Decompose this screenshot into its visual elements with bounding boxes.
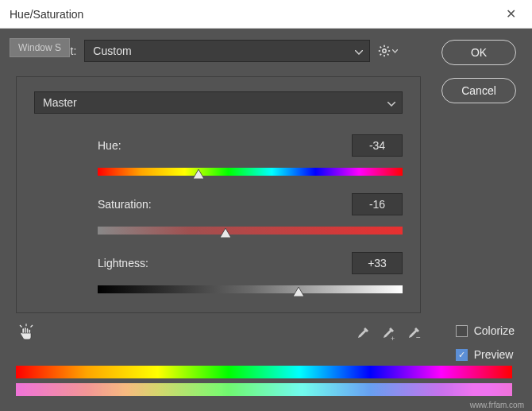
lightness-slider-thumb[interactable] xyxy=(293,287,304,297)
hue-gradient-bar xyxy=(98,168,403,176)
right-button-column: OK Cancel xyxy=(441,40,516,103)
close-icon[interactable]: ✕ xyxy=(499,3,522,25)
dialog-body: Window S OK Cancel Preset: Custom Master xyxy=(0,29,532,411)
preset-options-button[interactable] xyxy=(378,45,398,57)
channel-select[interactable]: Master xyxy=(34,91,403,114)
colorize-checkbox-row[interactable]: Colorize xyxy=(456,324,515,337)
eyedropper-group: + − xyxy=(354,326,421,346)
svg-marker-10 xyxy=(220,228,231,238)
saturation-slider-block: Saturation: -16 xyxy=(34,193,403,236)
hue-label: Hue: xyxy=(98,139,121,152)
dialog-title: Hue/Saturation xyxy=(10,8,83,21)
hue-slider[interactable] xyxy=(98,166,403,177)
svg-line-6 xyxy=(387,54,389,56)
spectrum-bars xyxy=(16,366,512,396)
saturation-slider[interactable] xyxy=(98,225,403,236)
checkbox-column: Colorize ✓ Preview xyxy=(456,324,515,361)
channel-row: Master xyxy=(34,91,403,114)
background-window-label: Window S xyxy=(10,38,70,57)
colorize-checkbox[interactable] xyxy=(456,325,468,337)
lightness-label: Lightness: xyxy=(98,257,148,269)
watermark: www.frfam.com xyxy=(470,401,524,409)
chevron-down-icon xyxy=(355,45,363,57)
svg-line-7 xyxy=(387,47,389,48)
colorize-label: Colorize xyxy=(474,324,515,337)
preview-checkbox-row[interactable]: ✓ Preview xyxy=(456,348,515,361)
svg-text:+: + xyxy=(391,335,395,342)
svg-marker-9 xyxy=(193,169,204,179)
eyedropper-subtract-icon[interactable]: − xyxy=(405,326,421,346)
eyedropper-add-icon[interactable]: + xyxy=(380,326,395,346)
svg-line-14 xyxy=(31,325,33,328)
lightness-value-input[interactable]: +33 xyxy=(352,252,403,274)
cancel-button[interactable]: Cancel xyxy=(441,78,516,103)
svg-marker-11 xyxy=(293,287,304,297)
svg-text:−: − xyxy=(416,333,421,342)
below-panel-row: + − xyxy=(16,323,421,348)
lightness-gradient-bar xyxy=(98,285,403,293)
preview-checkbox[interactable]: ✓ xyxy=(456,349,468,361)
input-spectrum xyxy=(16,366,512,378)
preset-select[interactable]: Custom xyxy=(84,40,370,62)
saturation-slider-thumb[interactable] xyxy=(220,228,231,238)
svg-line-5 xyxy=(380,47,382,48)
chevron-down-icon xyxy=(392,49,398,53)
scrubby-hand-icon[interactable] xyxy=(16,323,37,348)
saturation-value-input[interactable]: -16 xyxy=(352,193,403,215)
svg-point-0 xyxy=(383,49,386,52)
hue-value-input[interactable]: -34 xyxy=(352,134,403,157)
lightness-slider[interactable] xyxy=(98,284,403,295)
saturation-gradient-bar xyxy=(98,227,403,235)
eyedropper-icon[interactable] xyxy=(354,326,370,346)
gear-icon xyxy=(378,45,391,57)
adjustments-panel: Master Hue: -34 xyxy=(16,76,421,313)
chevron-down-icon xyxy=(387,96,395,109)
svg-line-8 xyxy=(380,54,382,56)
hue-slider-block: Hue: -34 xyxy=(34,134,403,177)
output-spectrum xyxy=(16,383,512,396)
channel-value: Master xyxy=(43,96,77,109)
lightness-slider-block: Lightness: +33 xyxy=(34,252,403,295)
svg-line-12 xyxy=(20,325,22,328)
saturation-label: Saturation: xyxy=(98,198,152,211)
hue-saturation-dialog: Hue/Saturation ✕ Window S OK Cancel Pres… xyxy=(0,0,532,411)
ok-button[interactable]: OK xyxy=(441,40,516,65)
preset-value: Custom xyxy=(93,45,131,57)
titlebar: Hue/Saturation ✕ xyxy=(0,0,532,29)
preview-label: Preview xyxy=(474,348,514,361)
hue-slider-thumb[interactable] xyxy=(193,169,204,179)
